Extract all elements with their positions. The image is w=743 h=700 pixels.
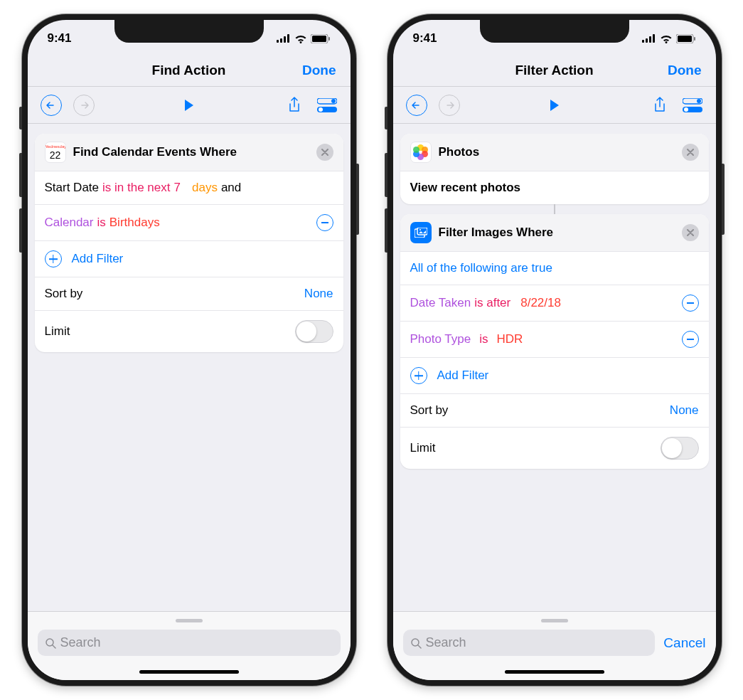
editor-toolbar [393, 87, 716, 124]
done-button[interactable]: Done [668, 63, 702, 78]
redo-button [439, 95, 460, 116]
drag-handle[interactable] [541, 619, 568, 622]
filter-value: 8/22/18 [520, 296, 561, 310]
remove-filter-button[interactable] [682, 331, 699, 348]
sort-value: None [304, 287, 333, 301]
filter-row-2[interactable]: Photo Type is HDR [400, 321, 709, 357]
card-header: Photos [400, 134, 709, 171]
add-filter-row[interactable]: Add Filter [400, 357, 709, 393]
undo-button[interactable] [41, 95, 62, 116]
card-close-button[interactable] [682, 224, 699, 241]
card-close-button[interactable] [682, 144, 699, 161]
condition-header: All of the following are true [410, 261, 552, 275]
cellular-icon [642, 34, 656, 43]
sort-row[interactable]: Sort by None [400, 393, 709, 427]
photos-icon [410, 142, 432, 163]
notch [114, 20, 264, 43]
settings-toggle[interactable] [682, 95, 703, 116]
done-button[interactable]: Done [302, 63, 336, 78]
photos-card: Photos View recent photos [400, 134, 709, 204]
toggles-icon [317, 98, 337, 112]
page-title: Find Action [152, 63, 226, 78]
condition-header-row[interactable]: All of the following are true [400, 251, 709, 285]
sort-label: Sort by [410, 403, 449, 418]
sort-row[interactable]: Sort by None [35, 277, 343, 310]
search-input[interactable]: Search [403, 630, 656, 656]
play-button[interactable] [178, 95, 200, 116]
nav-bar: Find Action Done [28, 54, 351, 87]
undo-icon [46, 102, 56, 109]
svg-point-26 [419, 229, 421, 230]
svg-rect-19 [694, 37, 695, 41]
remove-filter-button[interactable] [316, 214, 333, 231]
search-placeholder: Search [426, 635, 466, 650]
share-button[interactable] [284, 95, 305, 116]
images-icon [415, 228, 427, 238]
filter-unit: days [192, 181, 218, 195]
toggles-icon [683, 98, 702, 112]
filter-row-1[interactable]: Start Date is in the next 7 days and [35, 171, 343, 204]
redo-icon [444, 102, 454, 109]
close-icon [321, 149, 328, 156]
share-icon [653, 97, 666, 114]
filter-images-card: Filter Images Where All of the following… [400, 214, 709, 469]
svg-rect-2 [284, 36, 286, 43]
page-title: Filter Action [515, 63, 593, 78]
svg-point-10 [319, 107, 323, 112]
filter-field: Calendar [45, 216, 94, 230]
limit-toggle[interactable] [295, 320, 333, 343]
limit-label: Limit [45, 324, 70, 339]
wifi-icon [660, 34, 673, 43]
battery-icon [311, 34, 331, 43]
redo-button [73, 95, 95, 116]
search-icon [410, 637, 422, 649]
filter-field: Date Taken [410, 296, 471, 310]
svg-point-8 [331, 99, 336, 103]
remove-filter-button[interactable] [682, 295, 699, 312]
svg-rect-1 [280, 38, 282, 43]
filter-value: 7 [174, 181, 181, 195]
play-icon [183, 99, 195, 112]
phone-right: 9:41 Filter Action Done [387, 14, 722, 686]
share-button[interactable] [649, 95, 670, 116]
svg-rect-16 [653, 34, 655, 43]
cellular-icon [277, 34, 291, 43]
filter-op: is in the next [102, 181, 170, 195]
card-close-button[interactable] [316, 144, 333, 161]
filter-row-1[interactable]: Date Taken is after 8/22/18 [400, 285, 709, 321]
play-button[interactable] [544, 95, 565, 116]
filter-op: is [97, 216, 106, 230]
calendar-icon: Wednesday 22 [45, 142, 66, 163]
plus-icon [410, 367, 427, 384]
add-filter-row[interactable]: Add Filter [35, 240, 343, 277]
status-time: 9:41 [413, 31, 437, 46]
redo-icon [79, 102, 89, 109]
search-input[interactable]: Search [38, 630, 341, 656]
filter-field: Photo Type [410, 332, 471, 346]
card-title: Photos [439, 145, 675, 159]
plus-icon [45, 250, 62, 267]
status-time: 9:41 [48, 31, 72, 46]
cancel-button[interactable]: Cancel [663, 635, 705, 651]
close-icon [687, 149, 694, 156]
home-indicator[interactable] [139, 670, 239, 674]
battery-icon [676, 34, 696, 43]
settings-toggle[interactable] [316, 95, 338, 116]
nav-bar: Filter Action Done [393, 54, 716, 87]
filter-row-2[interactable]: Calendar is Birthdays [35, 204, 343, 240]
wifi-icon [294, 34, 307, 43]
svg-rect-14 [646, 38, 648, 43]
undo-icon [412, 102, 422, 109]
home-indicator[interactable] [505, 670, 604, 674]
photos-subtitle-row[interactable]: View recent photos [400, 171, 709, 204]
svg-rect-3 [287, 34, 289, 43]
search-icon [45, 637, 56, 649]
notch [480, 20, 629, 43]
undo-button[interactable] [406, 95, 427, 116]
drag-handle[interactable] [176, 619, 203, 622]
svg-line-12 [53, 645, 55, 648]
limit-toggle[interactable] [661, 437, 699, 460]
limit-label: Limit [410, 441, 436, 455]
card-header: Filter Images Where [400, 214, 709, 251]
close-icon [687, 229, 694, 236]
